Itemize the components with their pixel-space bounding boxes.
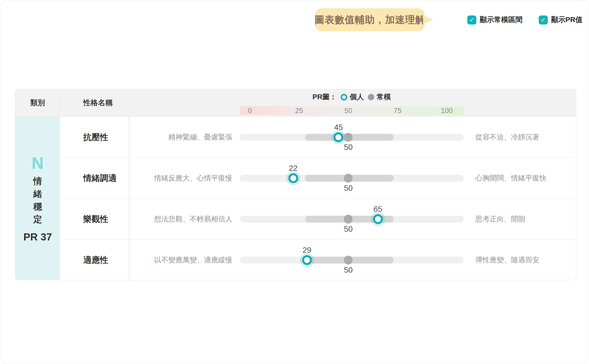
trait-chart: 精神緊繃、憂慮緊張 45 50 從容不迫、冷靜沉著 <box>129 117 576 158</box>
legend-item-personal: 個人 <box>341 92 364 102</box>
checkbox-checked-icon[interactable]: ✓ <box>539 15 548 25</box>
category-pr-value: PR 37 <box>23 231 52 243</box>
toggle-label: 顯示PR值 <box>551 15 582 25</box>
pr-table: 類別 性格名稱 PR圖： 個人 常模 0255075100 <box>15 89 576 280</box>
trait-high-description: 心胸開闊、情緒平復快 <box>475 173 547 183</box>
axis-tick: 50 <box>344 106 352 115</box>
trait-name: 情緒調適 <box>60 158 129 199</box>
pr-track: 22 50 <box>240 175 464 182</box>
pr-track: 29 50 <box>240 257 464 264</box>
callout-tail-icon <box>423 15 433 24</box>
trait-row: 抗壓性 精神緊繃、憂慮緊張 45 50 從容不迫、冷靜沉著 <box>60 117 576 158</box>
personal-pr-value: 22 <box>289 164 298 173</box>
trait-high-description: 彈性應變、隨遇而安 <box>475 255 539 265</box>
norm-marker <box>344 215 353 224</box>
category-cell: N 情 緒 穩 定 PR 37 <box>15 117 60 280</box>
norm-dot-icon <box>368 94 374 100</box>
pr-track: 45 50 <box>240 134 464 141</box>
axis-tick: 75 <box>394 106 402 115</box>
personal-marker <box>373 214 383 224</box>
toggle-show-norm-interval[interactable]: ✓ 顯示常模區間 <box>467 15 522 25</box>
trait-high-description: 思考正向、開朗 <box>475 214 525 224</box>
trait-name: 適應性 <box>60 240 129 280</box>
header-trait-name: 性格名稱 <box>60 89 129 116</box>
toggle-label: 顯示常模區間 <box>480 15 522 25</box>
personal-ring-icon <box>341 94 347 100</box>
category-code: N <box>32 154 44 172</box>
pr-scale-axis: 0255075100 <box>240 106 464 115</box>
feature-callout: 圖表數值輔助，加速理解 <box>315 8 425 31</box>
toggle-show-pr-value[interactable]: ✓ 顯示PR值 <box>539 15 582 25</box>
trait-chart: 想法悲觀、不輕易相信人 65 50 思考正向、開朗 <box>129 199 576 239</box>
header-category: 類別 <box>15 89 60 116</box>
trait-rows: 抗壓性 精神緊繃、憂慮緊張 45 50 從容不迫、冷靜沉著 情緒調適 情緒反應大… <box>60 117 576 280</box>
trait-chart: 情緒反應大、心情平復慢 22 50 心胸開闊、情緒平復快 <box>129 158 576 199</box>
trait-chart: 以不變應萬變、適應緩慢 29 50 彈性應變、隨遇而安 <box>129 240 576 280</box>
table-header: 類別 性格名稱 PR圖： 個人 常模 0255075100 <box>15 89 576 117</box>
norm-marker <box>344 174 353 183</box>
norm-marker <box>344 133 353 142</box>
personal-marker <box>334 132 343 142</box>
axis-tick: 100 <box>441 106 453 115</box>
trait-low-description: 想法悲觀、不輕易相信人 <box>129 214 232 224</box>
checkbox-checked-icon[interactable]: ✓ <box>467 15 476 25</box>
pr-track: 65 50 <box>240 216 464 223</box>
personal-marker <box>302 255 312 265</box>
axis-tick: 0 <box>248 106 252 115</box>
legend-title: PR圖： <box>312 92 336 102</box>
personal-marker <box>288 173 298 183</box>
trait-low-description: 精神緊繃、憂慮緊張 <box>129 132 232 142</box>
table-body: N 情 緒 穩 定 PR 37 抗壓性 精神緊繃、憂慮緊張 45 <box>15 117 576 280</box>
norm-pr-value: 50 <box>344 143 353 152</box>
trait-name: 抗壓性 <box>60 117 129 158</box>
trait-row: 樂觀性 想法悲觀、不輕易相信人 65 50 思考正向、開朗 <box>60 199 576 239</box>
trait-row: 情緒調適 情緒反應大、心情平復慢 22 50 心胸開闊、情緒平復快 <box>60 158 576 199</box>
trait-row: 適應性 以不變應萬變、適應緩慢 29 50 彈性應變、隨遇而安 <box>60 239 576 280</box>
trait-low-description: 以不變應萬變、適應緩慢 <box>129 255 232 265</box>
callout-text: 圖表數值輔助，加速理解 <box>315 13 425 26</box>
header-chart: PR圖： 個人 常模 0255075100 <box>129 89 576 116</box>
trait-high-description: 從容不迫、冷靜沉著 <box>475 132 539 142</box>
trait-low-description: 情緒反應大、心情平復慢 <box>129 173 232 183</box>
norm-marker <box>344 256 353 264</box>
legend-item-norm: 常模 <box>368 92 391 102</box>
norm-pr-value: 50 <box>344 265 353 275</box>
display-toggles: ✓ 顯示常模區間 ✓ 顯示PR值 <box>467 15 582 25</box>
chart-legend: PR圖： 個人 常模 <box>240 92 464 102</box>
norm-pr-value: 50 <box>344 225 353 234</box>
page: 圖表數值輔助，加速理解 ✓ 顯示常模區間 ✓ 顯示PR值 類別 性格名稱 PR圖… <box>0 0 589 364</box>
axis-tick: 25 <box>295 106 303 115</box>
trait-name: 樂觀性 <box>60 199 129 239</box>
personal-pr-value: 29 <box>303 246 311 255</box>
category-name-vertical: 情 緒 穩 定 <box>33 175 42 226</box>
norm-pr-value: 50 <box>344 184 353 193</box>
personal-pr-value: 45 <box>334 123 343 132</box>
personal-pr-value: 65 <box>374 205 382 214</box>
